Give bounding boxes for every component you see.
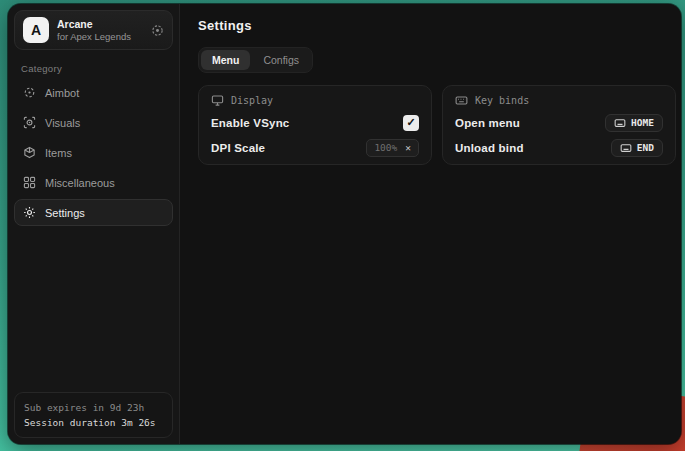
app-title: Arcane <box>57 18 131 31</box>
app-names: Arcane for Apex Legends <box>57 18 131 43</box>
dpi-scale-value: 100% <box>374 142 397 153</box>
cube-icon <box>23 146 36 159</box>
display-card: Display Enable VSync ✓ DPI Scale 100% ✕ <box>198 85 432 165</box>
keybinds-card: Key binds Open menu HOME Unload bind <box>442 85 676 165</box>
app-window: A Arcane for Apex Legends Category Aimbo… <box>8 4 681 444</box>
clear-icon[interactable]: ✕ <box>405 142 411 153</box>
sidebar-item-items[interactable]: Items <box>14 139 173 166</box>
sidebar: A Arcane for Apex Legends Category Aimbo… <box>8 4 180 444</box>
settings-tabbar: Menu Configs <box>198 47 313 73</box>
subscription-card: Sub expires in 9d 23h Session duration 3… <box>14 392 173 438</box>
open-menu-label: Open menu <box>455 117 520 129</box>
display-card-header: Display <box>211 94 419 107</box>
open-menu-bind-value: HOME <box>631 117 654 128</box>
unload-bind-button[interactable]: END <box>611 139 663 157</box>
display-card-title: Display <box>231 95 273 106</box>
session-duration-text: Session duration 3m 26s <box>24 415 163 430</box>
sidebar-item-label: Visuals <box>45 117 80 129</box>
dpi-row: DPI Scale 100% ✕ <box>211 138 419 157</box>
sidebar-item-visuals[interactable]: Visuals <box>14 109 173 136</box>
keyboard-icon <box>614 118 626 128</box>
category-label: Category <box>21 63 166 74</box>
main-content: Settings Menu Configs Display Enable VSy… <box>180 4 681 444</box>
grid-icon <box>23 176 36 189</box>
keybinds-card-title: Key binds <box>475 95 529 106</box>
scan-eye-icon <box>23 116 36 129</box>
sidebar-spacer <box>14 226 173 392</box>
sidebar-item-aimbot[interactable]: Aimbot <box>14 79 173 106</box>
settings-cards: Display Enable VSync ✓ DPI Scale 100% ✕ <box>198 85 676 165</box>
sidebar-item-label: Miscellaneous <box>45 177 115 189</box>
unload-bind-value: END <box>637 142 654 153</box>
app-subtitle: for Apex Legends <box>57 31 131 43</box>
sub-expiry-text: Sub expires in 9d 23h <box>24 400 163 415</box>
dpi-scale-input[interactable]: 100% ✕ <box>366 139 419 157</box>
crosshair-icon <box>23 86 36 99</box>
unload-bind-row: Unload bind END <box>455 138 663 157</box>
gear-icon <box>23 206 36 219</box>
tab-configs[interactable]: Configs <box>252 50 310 70</box>
app-logo: A <box>23 17 49 43</box>
app-header-card: A Arcane for Apex Legends <box>14 10 173 50</box>
unload-bind-label: Unload bind <box>455 142 524 154</box>
vsync-row: Enable VSync ✓ <box>211 113 419 132</box>
category-nav: Aimbot Visuals Items <box>14 79 173 226</box>
sidebar-item-label: Settings <box>45 207 85 219</box>
vsync-label: Enable VSync <box>211 117 289 129</box>
keyboard-icon <box>620 143 632 153</box>
monitor-icon <box>211 94 224 107</box>
sidebar-item-label: Aimbot <box>45 87 79 99</box>
crosshair-circle-icon[interactable] <box>151 24 164 37</box>
keybinds-card-header: Key binds <box>455 94 663 107</box>
dpi-label: DPI Scale <box>211 142 265 154</box>
vsync-checkbox[interactable]: ✓ <box>403 115 419 131</box>
open-menu-bind-button[interactable]: HOME <box>605 114 663 132</box>
tab-menu[interactable]: Menu <box>201 50 250 70</box>
sidebar-item-miscellaneous[interactable]: Miscellaneous <box>14 169 173 196</box>
sidebar-item-settings[interactable]: Settings <box>14 199 173 226</box>
open-menu-row: Open menu HOME <box>455 113 663 132</box>
keyboard-icon <box>455 94 468 107</box>
page-title: Settings <box>198 18 676 33</box>
sidebar-item-label: Items <box>45 147 72 159</box>
